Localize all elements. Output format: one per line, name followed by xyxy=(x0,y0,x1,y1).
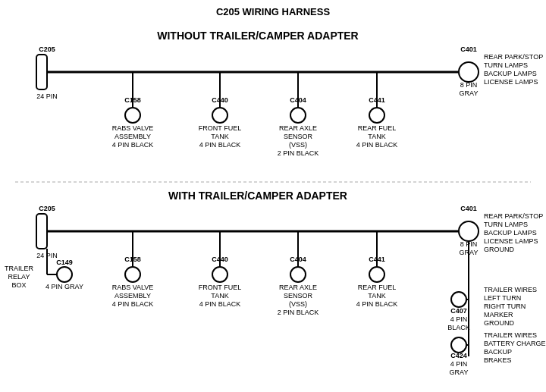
diagram: C205 WIRING HARNESS WITHOUT TRAILER/CAMP… xyxy=(0,0,546,392)
svg-text:C205: C205 xyxy=(39,205,55,212)
svg-text:C404: C404 xyxy=(290,256,306,263)
svg-text:C149: C149 xyxy=(56,259,73,266)
svg-text:4 PIN: 4 PIN xyxy=(450,360,468,368)
svg-text:TURN LAMPS: TURN LAMPS xyxy=(484,61,528,69)
svg-text:2 PIN BLACK: 2 PIN BLACK xyxy=(278,309,319,316)
svg-text:C441: C441 xyxy=(369,96,385,104)
svg-text:4 PIN GRAY: 4 PIN GRAY xyxy=(46,283,83,290)
svg-point-87 xyxy=(451,292,466,307)
svg-text:RABS VALVE: RABS VALVE xyxy=(112,124,154,132)
svg-text:SENSOR: SENSOR xyxy=(284,292,313,299)
svg-text:MARKER: MARKER xyxy=(484,311,513,318)
svg-point-48 xyxy=(57,267,72,282)
svg-text:TANK: TANK xyxy=(368,292,385,299)
svg-text:BACKUP LAMPS: BACKUP LAMPS xyxy=(484,70,537,77)
svg-point-97 xyxy=(451,337,466,353)
svg-text:4 PIN BLACK: 4 PIN BLACK xyxy=(112,141,154,149)
wiring-diagram-svg: WITHOUT TRAILER/CAMPER ADAPTER C205 24 P… xyxy=(0,0,546,392)
svg-text:C441: C441 xyxy=(369,256,385,263)
svg-text:TRAILER WIRES: TRAILER WIRES xyxy=(484,286,537,293)
svg-text:C401: C401 xyxy=(460,45,477,53)
svg-text:ASSEMBLY: ASSEMBLY xyxy=(115,133,151,140)
svg-text:C407: C407 xyxy=(450,307,467,315)
svg-text:TANK: TANK xyxy=(368,133,385,140)
svg-point-51 xyxy=(459,221,479,241)
svg-text:REAR AXLE: REAR AXLE xyxy=(279,284,317,291)
svg-text:2 PIN BLACK: 2 PIN BLACK xyxy=(278,149,319,157)
svg-text:TANK: TANK xyxy=(211,133,228,140)
svg-text:C404: C404 xyxy=(290,96,306,104)
svg-text:C158: C158 xyxy=(124,256,141,263)
svg-text:4 PIN BLACK: 4 PIN BLACK xyxy=(199,141,241,149)
svg-point-19 xyxy=(212,108,228,123)
svg-text:BRAKES: BRAKES xyxy=(484,356,512,364)
section1-label: WITHOUT TRAILER/CAMPER ADAPTER xyxy=(157,30,358,42)
svg-text:4 PIN BLACK: 4 PIN BLACK xyxy=(199,300,241,308)
svg-point-32 xyxy=(369,108,384,123)
svg-text:GRAY: GRAY xyxy=(460,89,479,97)
svg-rect-1 xyxy=(36,55,47,89)
svg-text:REAR FUEL: REAR FUEL xyxy=(358,284,397,291)
svg-text:GROUND: GROUND xyxy=(484,246,514,253)
svg-text:GRAY: GRAY xyxy=(450,368,469,376)
svg-text:C205: C205 xyxy=(39,45,55,53)
svg-text:FRONT FUEL: FRONT FUEL xyxy=(199,124,241,132)
svg-text:RIGHT TURN: RIGHT TURN xyxy=(484,303,526,310)
svg-text:4 PIN BLACK: 4 PIN BLACK xyxy=(356,300,398,308)
svg-text:TURN LAMPS: TURN LAMPS xyxy=(484,221,528,228)
svg-text:LICENSE LAMPS: LICENSE LAMPS xyxy=(484,237,538,245)
svg-point-67 xyxy=(212,267,228,282)
svg-point-13 xyxy=(125,108,140,123)
svg-text:REAR FUEL: REAR FUEL xyxy=(358,124,397,132)
svg-text:C401: C401 xyxy=(460,205,477,212)
svg-text:LICENSE LAMPS: LICENSE LAMPS xyxy=(484,78,538,86)
svg-text:GROUND: GROUND xyxy=(484,319,514,327)
svg-rect-40 xyxy=(36,214,47,249)
svg-text:WITH  TRAILER/CAMPER  ADAPTER: WITH TRAILER/CAMPER ADAPTER xyxy=(168,190,347,202)
svg-text:ASSEMBLY: ASSEMBLY xyxy=(115,292,151,299)
svg-text:BOX: BOX xyxy=(11,281,26,289)
svg-text:4 PIN: 4 PIN xyxy=(450,315,468,323)
svg-text:8 PIN: 8 PIN xyxy=(460,81,478,89)
svg-text:TRAILER: TRAILER xyxy=(5,265,34,272)
svg-text:REAR PARK/STOP: REAR PARK/STOP xyxy=(484,53,543,61)
svg-text:FRONT FUEL: FRONT FUEL xyxy=(199,284,241,291)
svg-point-73 xyxy=(290,267,306,282)
svg-text:4 PIN BLACK: 4 PIN BLACK xyxy=(356,141,398,149)
svg-text:24 PIN: 24 PIN xyxy=(36,93,58,100)
svg-text:LEFT TURN: LEFT TURN xyxy=(484,294,521,302)
svg-text:BATTERY CHARGE: BATTERY CHARGE xyxy=(484,340,546,347)
svg-text:TRAILER WIRES: TRAILER WIRES xyxy=(484,331,537,339)
svg-text:C158: C158 xyxy=(124,96,141,104)
svg-text:BACKUP: BACKUP xyxy=(484,348,512,356)
svg-text:C440: C440 xyxy=(212,96,228,104)
svg-text:REAR AXLE: REAR AXLE xyxy=(279,124,317,132)
svg-text:C424: C424 xyxy=(450,352,467,359)
svg-text:TANK: TANK xyxy=(211,292,228,299)
svg-point-25 xyxy=(290,108,306,123)
svg-point-80 xyxy=(369,267,384,282)
svg-text:C440: C440 xyxy=(212,256,228,263)
svg-point-61 xyxy=(125,267,140,282)
svg-point-4 xyxy=(459,62,479,82)
svg-text:RELAY: RELAY xyxy=(8,273,30,281)
svg-text:BACKUP LAMPS: BACKUP LAMPS xyxy=(484,229,537,237)
svg-text:4 PIN BLACK: 4 PIN BLACK xyxy=(112,300,154,308)
svg-text:SENSOR: SENSOR xyxy=(284,133,313,140)
svg-text:REAR PARK/STOP: REAR PARK/STOP xyxy=(484,212,543,220)
svg-text:BLACK: BLACK xyxy=(447,324,470,331)
svg-text:(VSS): (VSS) xyxy=(289,141,307,149)
svg-text:RABS VALVE: RABS VALVE xyxy=(112,284,154,291)
svg-text:(VSS): (VSS) xyxy=(289,300,307,308)
